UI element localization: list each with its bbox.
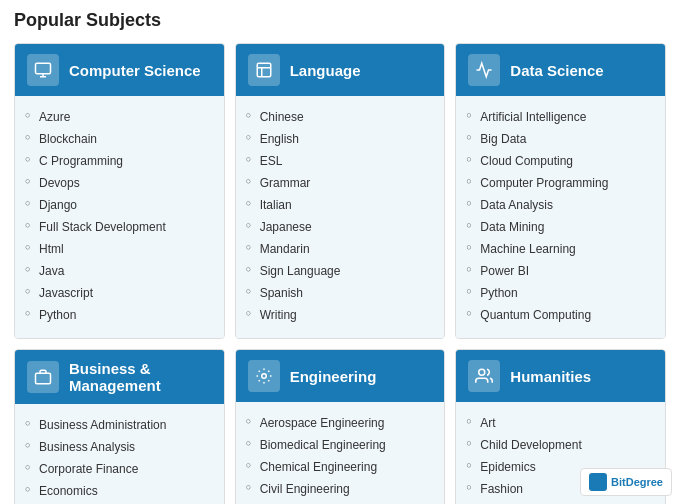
card-list-data-science: Artificial IntelligenceBig DataCloud Com… (466, 106, 655, 326)
card-title-business-management: Business & Management (69, 360, 212, 394)
list-item[interactable]: Html (25, 238, 214, 260)
list-item[interactable]: Data Mining (466, 216, 655, 238)
card-header-humanities[interactable]: Humanities (456, 350, 665, 402)
list-item[interactable]: Devops (25, 172, 214, 194)
card-list-engineering: Aerospace EngineeringBiomedical Engineer… (246, 412, 435, 504)
list-item[interactable]: English (246, 128, 435, 150)
list-item[interactable]: Quantum Computing (466, 304, 655, 326)
card-list-language: ChineseEnglishESLGrammarItalianJapaneseM… (246, 106, 435, 326)
list-item[interactable]: Aerospace Engineering (246, 412, 435, 434)
list-item[interactable]: Big Data (466, 128, 655, 150)
card-list-computer-science: AzureBlockchainC ProgrammingDevopsDjango… (25, 106, 214, 326)
list-item[interactable]: Sign Language (246, 260, 435, 282)
list-item[interactable]: ESL (246, 150, 435, 172)
card-body-computer-science: AzureBlockchainC ProgrammingDevopsDjango… (15, 96, 224, 338)
list-item[interactable]: Java (25, 260, 214, 282)
subjects-grid: Computer ScienceAzureBlockchainC Program… (14, 43, 666, 504)
list-item[interactable]: Computer Engineering (246, 500, 435, 504)
list-item[interactable]: Civil Engineering (246, 478, 435, 500)
card-body-engineering: Aerospace EngineeringBiomedical Engineer… (236, 402, 445, 504)
engineering-icon (248, 360, 280, 392)
card-title-data-science: Data Science (510, 62, 603, 79)
list-item[interactable]: Python (25, 304, 214, 326)
list-item[interactable]: Economics (25, 480, 214, 502)
card-list-business-management: Business AdministrationBusiness Analysis… (25, 414, 214, 504)
list-item[interactable]: Business Analysis (25, 436, 214, 458)
card-header-business-management[interactable]: Business & Management (15, 350, 224, 404)
list-item[interactable]: Corporate Finance (25, 458, 214, 480)
list-item[interactable]: Italian (246, 194, 435, 216)
list-item[interactable]: Cloud Computing (466, 150, 655, 172)
list-item[interactable]: Azure (25, 106, 214, 128)
list-item[interactable]: Machine Learning (466, 238, 655, 260)
page-title: Popular Subjects (14, 10, 666, 31)
card-computer-science: Computer ScienceAzureBlockchainC Program… (14, 43, 225, 339)
list-item[interactable]: Writing (246, 304, 435, 326)
card-header-computer-science[interactable]: Computer Science (15, 44, 224, 96)
card-data-science: Data ScienceArtificial IntelligenceBig D… (455, 43, 666, 339)
list-item[interactable]: Grammar (246, 172, 435, 194)
svg-point-8 (479, 369, 485, 375)
list-item[interactable]: Django (25, 194, 214, 216)
card-title-engineering: Engineering (290, 368, 377, 385)
list-item[interactable]: Mandarin (246, 238, 435, 260)
list-item[interactable]: Data Analysis (466, 194, 655, 216)
card-title-computer-science: Computer Science (69, 62, 201, 79)
list-item[interactable]: C Programming (25, 150, 214, 172)
card-engineering: EngineeringAerospace EngineeringBiomedic… (235, 349, 446, 504)
list-item[interactable]: Japanese (246, 216, 435, 238)
card-business-management: Business & ManagementBusiness Administra… (14, 349, 225, 504)
list-item[interactable]: Javascript (25, 282, 214, 304)
list-item[interactable]: Blockchain (25, 128, 214, 150)
list-item[interactable]: Python (466, 282, 655, 304)
card-title-humanities: Humanities (510, 368, 591, 385)
svg-point-7 (261, 374, 266, 379)
business-management-icon (27, 361, 59, 393)
data-science-icon (468, 54, 500, 86)
list-item[interactable]: Full Stack Development (25, 216, 214, 238)
svg-rect-3 (257, 63, 271, 77)
list-item[interactable]: Spanish (246, 282, 435, 304)
card-header-language[interactable]: Language (236, 44, 445, 96)
bitdegree-icon (589, 473, 607, 491)
card-header-engineering[interactable]: Engineering (236, 350, 445, 402)
card-body-business-management: Business AdministrationBusiness Analysis… (15, 404, 224, 504)
list-item[interactable]: Chinese (246, 106, 435, 128)
list-item[interactable]: Computer Programming (466, 172, 655, 194)
svg-rect-0 (36, 63, 51, 74)
list-item[interactable]: Art (466, 412, 655, 434)
list-item[interactable]: Biomedical Engineering (246, 434, 435, 456)
list-item[interactable]: Business Administration (25, 414, 214, 436)
card-body-data-science: Artificial IntelligenceBig DataCloud Com… (456, 96, 665, 338)
card-header-data-science[interactable]: Data Science (456, 44, 665, 96)
bitdegree-badge: BitDegree (580, 468, 672, 496)
humanities-icon (468, 360, 500, 392)
list-item[interactable]: Artificial Intelligence (466, 106, 655, 128)
list-item[interactable]: History (466, 500, 655, 504)
svg-rect-6 (36, 373, 51, 384)
list-item[interactable]: Child Development (466, 434, 655, 456)
list-item[interactable]: Power BI (466, 260, 655, 282)
card-title-language: Language (290, 62, 361, 79)
computer-science-icon (27, 54, 59, 86)
card-body-language: ChineseEnglishESLGrammarItalianJapaneseM… (236, 96, 445, 338)
card-language: LanguageChineseEnglishESLGrammarItalianJ… (235, 43, 446, 339)
list-item[interactable]: Chemical Engineering (246, 456, 435, 478)
language-icon (248, 54, 280, 86)
bitdegree-label: BitDegree (611, 476, 663, 488)
